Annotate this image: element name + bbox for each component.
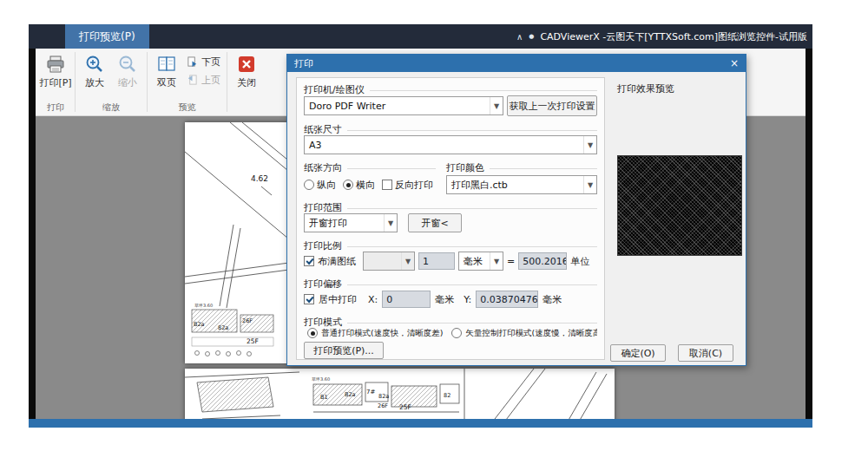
drawing-label: 82 [444, 392, 450, 399]
tab-print-preview[interactable]: 打印预览(P) [65, 24, 149, 49]
prev-page-button[interactable]: 上页 [183, 73, 224, 88]
drawing-label: B2a [345, 391, 356, 398]
print-dialog: 打印 × 打印机/绘图仪 Doro PDF Writer ▼ 获取上一次打印设置… [286, 54, 746, 366]
scale-result-input[interactable]: 500.2016 [518, 252, 567, 270]
zoom-in-icon [84, 54, 105, 75]
drawing-label: 25F [399, 403, 411, 411]
ribbon-group-close: 关闭 [230, 49, 263, 115]
landscape-radio[interactable] [343, 180, 353, 190]
dialog-titlebar[interactable]: 打印 × [287, 55, 746, 72]
section-print-offset: 打印偏移 [304, 278, 597, 291]
drawing-label: B2a [194, 321, 205, 328]
ribbon-separator [147, 52, 148, 112]
ok-button[interactable]: 确定(O) [610, 344, 666, 362]
drawing-label: 草坪3.60 [312, 376, 330, 382]
drawing-label-elevation: 4.62 [251, 174, 268, 183]
close-preview-button[interactable]: 关闭 [230, 51, 263, 89]
drawing-label: 82a [378, 393, 389, 400]
window-select-button[interactable]: 开窗< [408, 213, 462, 232]
titlebar: 打印预览(P) ∧ ● CADViewerX -云图天下[YTTXSoft.co… [29, 24, 812, 49]
next-page-button[interactable]: 下页 [183, 55, 224, 69]
paper-size-select[interactable]: A3 ▼ [304, 135, 597, 154]
ribbon-group-zoom: 放大 缩小 缩放 [78, 49, 144, 115]
section-paper-size: 纸张尺寸 [304, 123, 597, 136]
printer-select[interactable]: Doro PDF Writer ▼ [304, 96, 503, 115]
chevron-down-icon: ▼ [583, 176, 596, 193]
offset-y-input[interactable]: 0.03870476 [476, 291, 538, 308]
two-page-icon [156, 54, 177, 75]
status-dot-icon: ● [529, 33, 534, 40]
chevron-down-icon: ▼ [490, 252, 503, 270]
drawing-label: 26F [378, 402, 388, 409]
drawing-label: 草坪3.60 [194, 303, 213, 308]
print-settings-panel: 打印机/绘图仪 Doro PDF Writer ▼ 获取上一次打印设置 纸张尺寸… [296, 77, 605, 360]
print-color-select[interactable]: 打印黑白.ctb ▼ [446, 175, 597, 194]
chevron-down-icon: ▼ [401, 252, 414, 270]
normal-mode-radio[interactable] [307, 328, 318, 338]
ribbon-group-print: 打印[P] 打印 [39, 49, 72, 115]
app-title: CADViewerX -云图天下[YTTXSoft.com]图纸浏览控件-试用版 [540, 30, 807, 43]
zoom-out-icon [117, 54, 138, 75]
print-effect-preview [617, 155, 742, 256]
chevron-down-icon: ▼ [583, 136, 596, 154]
collapse-ribbon-icon[interactable]: ∧ [516, 32, 523, 42]
section-orientation: 纸张方向 [304, 161, 436, 174]
section-print-range: 打印范围 [304, 201, 597, 214]
window-right-edge [806, 49, 812, 419]
dialog-close-icon[interactable]: × [723, 57, 746, 69]
offset-x-input[interactable]: 0 [382, 291, 431, 308]
effect-preview-label: 打印效果预览 [617, 82, 674, 95]
group-label-zoom: 缩放 [78, 101, 144, 115]
section-print-color: 打印颜色 [446, 161, 597, 174]
zoom-in-button[interactable]: 放大 [78, 51, 111, 89]
ribbon-separator [227, 52, 227, 112]
fetch-last-settings-button[interactable]: 获取上一次打印设置 [507, 95, 597, 116]
section-printer: 打印机/绘图仪 [304, 83, 597, 96]
two-page-button[interactable]: 双页 [150, 51, 183, 89]
print-button[interactable]: 打印[P] [39, 51, 72, 89]
fit-paper-checkbox[interactable] [304, 256, 314, 266]
drawing-label: 25F [247, 337, 259, 345]
printer-icon [45, 54, 66, 75]
preview-page-2: 草坪3.60 B1 B2a 7# 82a 82 26F 25F [185, 369, 615, 419]
drawing-label: 82a [218, 324, 228, 331]
print-preview-button[interactable]: 打印预览(P)... [304, 342, 384, 359]
reverse-print-checkbox[interactable] [382, 180, 392, 190]
scale-unit-select[interactable]: 毫米 ▼ [458, 252, 503, 271]
print-range-select[interactable]: 开窗打印 ▼ [304, 213, 398, 232]
close-icon [236, 54, 257, 75]
group-label-preview: 预览 [150, 101, 224, 115]
window-left-edge [29, 49, 36, 419]
zoom-out-button[interactable]: 缩小 [111, 51, 144, 89]
prev-page-icon [187, 75, 198, 86]
vector-mode-radio[interactable] [451, 328, 462, 338]
chevron-down-icon: ▼ [384, 214, 397, 232]
cancel-button[interactable]: 取消(C) [678, 344, 733, 362]
drawing-label: 7# [366, 389, 375, 395]
scale-preset-select[interactable]: ▼ [363, 252, 415, 271]
ribbon-group-preview: 双页 下页 [150, 49, 224, 115]
drawing-label: 26F [242, 317, 253, 324]
group-label-print: 打印 [39, 101, 72, 115]
dialog-title: 打印 [294, 57, 313, 70]
ribbon-separator [75, 52, 76, 112]
next-page-icon [187, 56, 198, 68]
section-print-scale: 打印比例 [304, 239, 597, 252]
portrait-radio[interactable] [304, 180, 314, 190]
scale-value-input[interactable]: 1 [418, 252, 455, 270]
center-print-checkbox[interactable] [304, 294, 314, 304]
chevron-down-icon: ▼ [490, 97, 503, 114]
drawing-label: B1 [320, 394, 328, 401]
status-bar [29, 419, 812, 428]
